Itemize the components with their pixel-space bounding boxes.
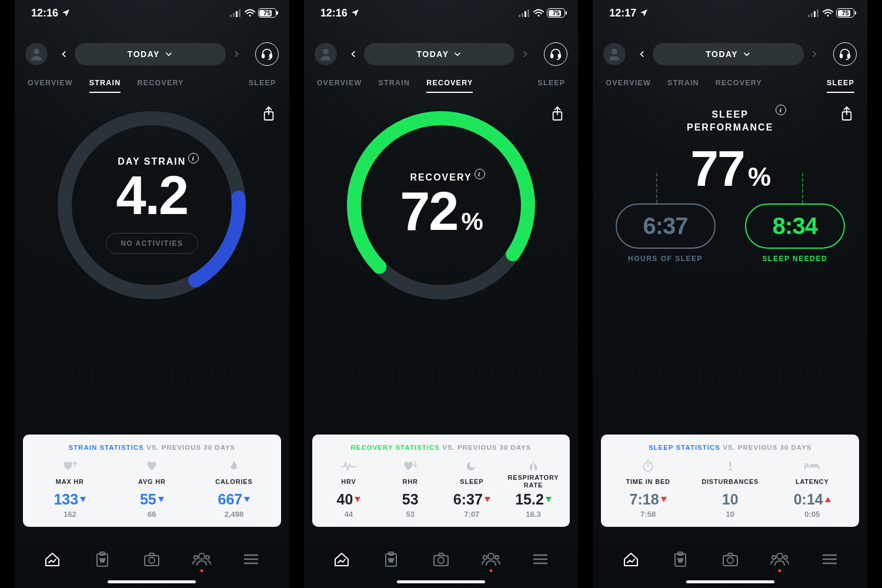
home-indicator[interactable] (108, 580, 196, 583)
stat-previous: 162 (64, 510, 76, 519)
svg-rect-2 (236, 11, 238, 17)
stat-calories[interactable]: CALORIES 667 2,498 (193, 459, 275, 519)
svg-point-53 (644, 463, 653, 472)
tab-overview[interactable]: OVERVIEW (28, 79, 73, 93)
home-indicator[interactable] (686, 580, 774, 583)
battery-indicator: 75 (258, 8, 276, 18)
stat-previous: 7:07 (464, 510, 479, 519)
profile-avatar[interactable] (603, 43, 626, 65)
tab-strain[interactable]: STRAIN (667, 79, 699, 93)
date-selector[interactable]: TODAY (75, 43, 226, 65)
tab-sleep[interactable]: SLEEP (537, 79, 565, 93)
wifi-icon (244, 9, 256, 17)
svg-point-66 (784, 556, 787, 559)
tab-community[interactable] (479, 547, 503, 571)
hours-of-sleep-pill[interactable]: 6:37 (616, 203, 716, 249)
svg-marker-33 (355, 497, 360, 502)
info-icon[interactable]: i (188, 153, 199, 163)
tab-menu[interactable] (239, 547, 263, 571)
stat-sleep[interactable]: SLEEP 6:37 7:07 (441, 459, 503, 519)
svg-rect-24 (524, 11, 526, 17)
tab-log[interactable]: W (669, 547, 692, 571)
tab-sleep[interactable]: SLEEP (827, 79, 854, 93)
top-nav: TODAY (593, 42, 867, 66)
stat-time-in-bed[interactable]: TIME IN BED 7:18 7:58 (607, 459, 689, 519)
tab-home[interactable] (330, 547, 353, 571)
tab-menu[interactable] (818, 547, 841, 571)
stat-label: MAX HR (56, 474, 84, 489)
tab-menu[interactable] (529, 547, 552, 571)
prev-day-button[interactable] (632, 44, 653, 65)
no-activities-button[interactable]: NO ACTIVITIES (106, 233, 198, 254)
tab-community[interactable] (768, 547, 791, 571)
stat-previous: 0:05 (804, 510, 820, 519)
tab-sleep[interactable]: SLEEP (249, 79, 276, 93)
status-bar: 12:16 75 (15, 0, 289, 26)
section-tabs: OVERVIEWSTRAINRECOVERYSLEEP (15, 79, 289, 93)
next-day-button[interactable] (514, 44, 536, 65)
cellular-icon (230, 9, 242, 17)
tab-camera[interactable] (429, 547, 453, 571)
statistics-card[interactable]: STRAIN STATISTICS VS. PREVIOUS 30 DAYS M… (23, 435, 281, 527)
ring-label: RECOVERYi (410, 172, 472, 183)
tab-recovery[interactable]: RECOVERY (716, 79, 762, 93)
tab-log[interactable]: W (91, 547, 114, 571)
support-button[interactable] (544, 42, 567, 66)
svg-rect-29 (559, 54, 561, 58)
tab-strain[interactable]: STRAIN (378, 79, 410, 93)
svg-point-18 (149, 557, 155, 563)
svg-rect-25 (527, 9, 529, 17)
moon-icon (466, 459, 477, 472)
stat-latency[interactable]: LATENCY 0:14 0:05 (771, 459, 853, 519)
support-button[interactable] (833, 42, 857, 66)
info-icon[interactable]: i (776, 105, 786, 115)
tab-community[interactable] (190, 547, 213, 571)
stat-label: CALORIES (215, 474, 252, 489)
profile-avatar[interactable] (25, 43, 48, 65)
tab-home[interactable] (41, 547, 64, 571)
tab-overview[interactable]: OVERVIEW (606, 79, 651, 93)
tab-home[interactable] (619, 547, 643, 571)
svg-marker-12 (158, 497, 164, 502)
notification-dot (200, 569, 203, 572)
support-button[interactable] (255, 42, 279, 66)
tab-recovery[interactable]: RECOVERY (137, 79, 183, 93)
svg-marker-54 (661, 497, 667, 502)
svg-rect-47 (817, 9, 818, 17)
prev-day-button[interactable] (54, 44, 75, 65)
svg-marker-34 (485, 497, 490, 502)
share-button[interactable] (262, 106, 275, 123)
svg-rect-3 (239, 9, 240, 17)
profile-avatar[interactable] (315, 43, 337, 65)
svg-point-20 (194, 556, 198, 559)
tab-recovery[interactable]: RECOVERY (426, 79, 473, 93)
lungs-icon (526, 459, 540, 472)
svg-point-64 (777, 553, 783, 559)
heart-up-icon (61, 459, 79, 472)
stat-rhr[interactable]: RHR 53 53 (379, 459, 441, 519)
tab-overview[interactable]: OVERVIEW (317, 79, 362, 93)
ring-label: DAY STRAINi (118, 156, 186, 167)
stat-respiratory-rate[interactable]: RESPIRATORY RATE 15.2 16.3 (503, 459, 564, 519)
stat-max-hr[interactable]: MAX HR 133 162 (29, 459, 111, 519)
sleep-needed-pill[interactable]: 8:34 (745, 203, 845, 249)
next-day-button[interactable] (804, 44, 825, 65)
stat-avg-hr[interactable]: AVG HR 55 66 (111, 459, 193, 519)
svg-point-5 (34, 49, 39, 55)
tab-strain[interactable]: STRAIN (89, 79, 121, 93)
home-indicator[interactable] (397, 580, 485, 583)
tab-camera[interactable] (719, 547, 742, 571)
date-selector[interactable]: TODAY (364, 43, 515, 65)
share-button[interactable] (551, 106, 564, 123)
statistics-card[interactable]: SLEEP STATISTICS VS. PREVIOUS 30 DAYS TI… (601, 435, 859, 527)
statistics-card[interactable]: RECOVERY STATISTICS VS. PREVIOUS 30 DAYS… (312, 435, 570, 527)
info-icon[interactable]: i (475, 169, 485, 179)
next-day-button[interactable] (226, 44, 247, 65)
date-selector[interactable]: TODAY (653, 43, 804, 65)
stat-disturbances[interactable]: DISTURBANCES 10 10 (689, 459, 771, 519)
svg-rect-50 (840, 54, 843, 58)
tab-log[interactable]: W (379, 547, 403, 571)
stat-hrv[interactable]: HRV 40 44 (318, 459, 380, 519)
tab-camera[interactable] (140, 547, 163, 571)
prev-day-button[interactable] (343, 44, 364, 65)
